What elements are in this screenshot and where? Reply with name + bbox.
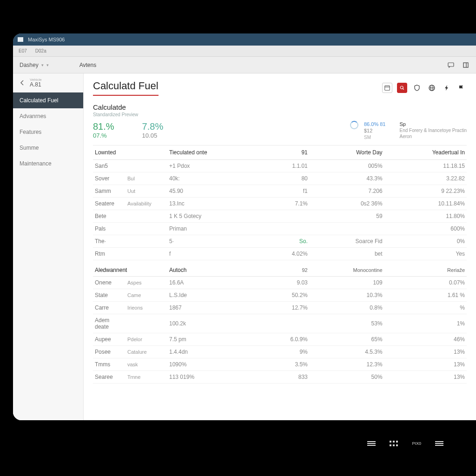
cell: Uut [126, 185, 167, 197]
col-header: Yeadertual In [384, 145, 467, 160]
data-table-1: Lownted Tieculated onte 91 Worte Day Yea… [93, 145, 467, 383]
cell: The· [93, 235, 126, 247]
breadcrumb[interactable]: Dashey [20, 62, 39, 68]
cell: 11.80% [384, 210, 467, 222]
svg-line-6 [403, 89, 404, 90]
toolbar-tab[interactable]: Avtens [79, 62, 96, 68]
cell: Carre [93, 301, 126, 314]
tab-strip: E07 D02a [13, 46, 476, 57]
sidebar-item[interactable]: Maintenance [13, 156, 83, 172]
cell: 113 019% [167, 370, 262, 383]
cell: 13% [384, 370, 467, 383]
cell: 005% [310, 159, 384, 172]
cell: 5· [167, 235, 262, 247]
window-icon [18, 37, 23, 42]
cell: Catalure [126, 345, 167, 358]
kpi-value: 7.8% [142, 121, 164, 132]
cell: Came [126, 289, 167, 301]
kpi-value: $12 [364, 127, 385, 134]
table-row: San5+1 Pdox1.1.01005%11.18.15 [93, 159, 467, 172]
cell: L.S.Ide [167, 289, 262, 301]
cell: 1090% [167, 358, 262, 370]
page-title: Calculatd Fuel [93, 80, 159, 96]
section-header: Aledwannent [93, 260, 167, 276]
cell: 13% [384, 345, 467, 358]
cell: 43.3% [310, 172, 384, 185]
window-titlebar: MaxiSys MS906 [13, 33, 476, 46]
table-row: Rtmf4.02%betYes [93, 247, 467, 260]
cell: Adem deate [93, 314, 126, 333]
cell: Availability [126, 197, 167, 210]
cell: San5 [93, 159, 126, 172]
cell: 0% [384, 235, 467, 247]
cell: State [93, 289, 126, 301]
cell: 600% [384, 222, 467, 235]
cell [262, 222, 310, 235]
kpi-row: 81.% 07.% 7.8% 10.05 86.0% 81 $12 SM [93, 121, 467, 145]
sidebar-item-calculated-fuel[interactable]: Calculated Fuel [13, 93, 83, 108]
calendar-icon[interactable] [382, 83, 392, 93]
cell: 0.07% [384, 276, 467, 289]
cell: 46% [384, 333, 467, 345]
section-header: Autoch [167, 260, 262, 276]
sidebar-item[interactable]: Advanrnes [13, 108, 83, 124]
cell: Seatere [93, 197, 126, 210]
cell: Samm [93, 185, 126, 197]
cell: 1 K 5 Gotecy [167, 210, 262, 222]
table-row: SammUut45.90f17.2069 22.23% [93, 185, 467, 197]
kpi-value: SM [364, 134, 385, 140]
cell: 50.2% [262, 289, 310, 301]
col-header: Tieculated onte [167, 145, 262, 160]
cell [126, 247, 167, 260]
table-row: The·5·So.Soarce Fid0% [93, 235, 467, 247]
lightning-icon[interactable] [442, 83, 452, 93]
globe-icon[interactable] [427, 83, 437, 93]
sidebar-item[interactable]: Features [13, 124, 83, 140]
cell: bet [310, 247, 384, 260]
svg-rect-3 [385, 86, 390, 91]
nav-apps-button[interactable] [390, 441, 398, 446]
tab-b[interactable]: D02a [35, 48, 46, 53]
section-header: Monocontine [310, 260, 384, 276]
main-content: Calculatd Fuel [84, 73, 476, 420]
section-subtitle: Standardized Preview [93, 112, 467, 117]
cell: 13.Inc [167, 197, 262, 210]
chevron-down-icon: ▾ [41, 63, 44, 67]
cell: 45.90 [167, 185, 262, 197]
nav-button[interactable]: PIX0 [412, 441, 421, 446]
kpi-label: End Forery & Inancetoye Practin [399, 127, 467, 133]
back-button[interactable]: Vehicle A.81 [13, 73, 83, 93]
table-row: AupeePdelor7.5 pm6.0.9%65%46% [93, 333, 467, 345]
search-icon[interactable] [397, 83, 407, 93]
progress-ring-icon [350, 121, 358, 129]
cell: 6.0.9% [262, 333, 310, 345]
shield-icon[interactable] [412, 83, 422, 93]
cell [126, 235, 167, 247]
cell: 3.22.82 [384, 172, 467, 185]
cell: Onene [93, 276, 126, 289]
sidebar-item[interactable]: Summe [13, 140, 83, 156]
cell: +1 Pdox [167, 159, 262, 172]
panel-icon[interactable] [462, 61, 469, 69]
cell: 1.1.01 [262, 159, 310, 172]
table-row: StateCameL.S.Ide50.2%10.3%1.61 % [93, 289, 467, 301]
cell: Rtm [93, 247, 126, 260]
cell: 1867 [167, 301, 262, 314]
cell: Irieons [126, 301, 167, 314]
flag-icon[interactable] [456, 83, 467, 93]
cell: Tmms [93, 358, 126, 370]
cell: 0s2 36% [310, 197, 384, 210]
table-row: SeatereAvailability13.Inc7.1%0s2 36%10.1… [93, 197, 467, 210]
nav-menu-button[interactable] [435, 441, 443, 446]
table-row: Tmmsvask1090%3.5%12.3%13% [93, 358, 467, 370]
cell: f1 [262, 185, 310, 197]
cell: Soarce Fid [310, 235, 384, 247]
cell: 9 22.23% [384, 185, 467, 197]
cell [126, 222, 167, 235]
nav-menu-button[interactable] [367, 441, 376, 446]
comment-icon[interactable] [447, 61, 455, 69]
cell: 13% [384, 358, 467, 370]
cell: 50% [310, 370, 384, 383]
cell [310, 222, 384, 235]
tab-a[interactable]: E07 [19, 48, 27, 53]
